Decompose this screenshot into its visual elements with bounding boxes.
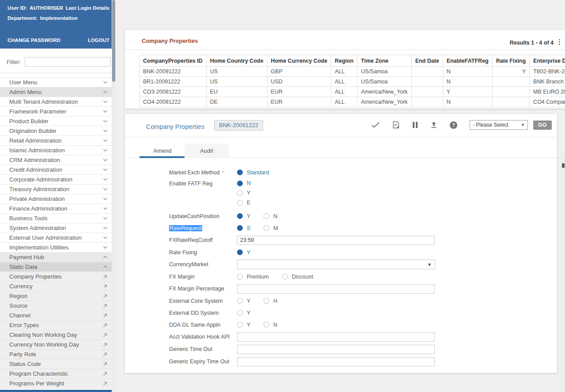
radio-selected-icon[interactable] [237,249,243,255]
sidebar-item-finance-administration[interactable]: Finance Administration [0,204,116,214]
help-icon[interactable]: ? [450,121,457,129]
sidebar-item-payment-hub[interactable]: Payment Hub [0,253,116,262]
sidebar-item-company-properties[interactable]: Company Properties [0,272,116,282]
radio-selected-icon[interactable] [237,213,243,219]
sidebar-item-product-builder[interactable]: Product Builder [0,117,116,126]
field-label: CurrencyMarket [125,261,237,268]
sidebar-item-region[interactable]: Region [0,291,116,301]
edit-record-icon[interactable] [392,121,400,129]
filter-input[interactable] [25,57,111,67]
radio-option-label: Discount [292,274,313,280]
radio-unselected-icon[interactable] [237,298,243,304]
radio-option-enable-fatf-reg-y[interactable]: Y [237,188,250,198]
radio-option-enable-fatf-reg-n[interactable]: N [237,178,251,188]
sidebar-item-islamic-administration[interactable]: Islamic Administration [0,146,116,155]
radio-unselected-icon[interactable] [264,225,269,231]
radio-unselected-icon[interactable] [282,274,288,279]
radio-unselected-icon[interactable] [264,213,269,219]
sidebar-item-corporate-administration[interactable]: Corporate Administration [0,175,116,185]
fxratereqcutoff-input[interactable] [237,236,435,245]
last-login-details-link[interactable]: Last Login Details [66,5,109,11]
sidebar-item-channel[interactable]: Channel [0,311,116,320]
action-select[interactable]: - Please Select ▼ [470,120,528,130]
sidebar-item-party-role[interactable]: Party Role [0,350,116,359]
sidebar-item-currency[interactable]: Currency [0,282,116,291]
sidebar-item-multi-tenant-administration[interactable]: Multi Tenant Administration [0,97,116,107]
sidebar-item-crm-administration[interactable]: CRM Administration [0,155,116,165]
sidebar-item-credit-administration[interactable]: Credit Administration [0,165,116,175]
detail-tabs: Amend Audit [125,143,557,158]
radio-selected-icon[interactable] [237,225,243,231]
sidebar-item-origination-builder[interactable]: Origination Builder [0,126,116,136]
sidebar-item-private-administration[interactable]: Private Administration [0,194,116,204]
page-scrollbar-thumb[interactable] [562,163,565,168]
table-row: BNK-20091222USGBPALLUS/SamoaNYTB02-BNK-2… [139,67,565,77]
column-header-rate-fixing: Rate Fixing [492,55,529,67]
sidebar-item-error-types[interactable]: Error Types [0,320,116,330]
radio-unselected-icon[interactable] [237,322,243,328]
radio-option-raterequest-m[interactable]: M [264,225,278,231]
sidebar-item-treasury-administration[interactable]: Treasury Administration [0,185,116,194]
sidebar-item-retail-administration[interactable]: Retail Administration [0,136,116,146]
radio-option-updatecashposition-y[interactable]: Y [237,213,250,219]
sidebar-item-static-data[interactable]: Static Data [0,262,116,272]
table-row: BR1-20091222USUSDALLUS/SamoaNBNK Branch … [139,77,565,87]
radio-option-fx-margin-premium[interactable]: Premium [237,274,269,280]
radio-unselected-icon[interactable] [264,322,269,328]
hold-pause-icon[interactable] [412,121,418,128]
sidebar-item-system-administration[interactable]: System Administration [0,223,116,233]
field-label: External DD System [125,310,237,316]
sidebar-item-framework-parameter[interactable]: Framework Parameter [0,107,116,117]
sidebar-item-clearing-non-working-day[interactable]: Clearing Non Working Day [0,330,116,340]
sidebar-item-label: Retail Administration [9,137,62,144]
radio-unselected-icon[interactable] [237,190,243,196]
radio-option-enable-fatf-reg-e[interactable]: E [237,198,250,207]
sidebar-item-program-characteristic[interactable]: Program Characteristic [0,369,116,379]
radio-option-external-core-system-h[interactable]: H [264,298,277,304]
logout-link[interactable]: LOGOUT [88,38,109,43]
sidebar-item-business-tools[interactable]: Business Tools [0,214,116,223]
sidebar-item-programs-per-weight[interactable]: Programs Per Weight [0,379,116,388]
sidebar-scrollbar-thumb[interactable] [112,0,115,82]
radio-option-market-exch-method-standard[interactable]: Standard [237,170,269,176]
radio-unselected-icon[interactable] [264,298,269,304]
form-field-currencymarket: CurrencyMarket▼ [125,258,557,271]
generic-time-out-input[interactable] [237,345,435,354]
fx-margin-percentage-input[interactable] [237,284,435,294]
radio-selected-icon[interactable] [237,181,243,186]
sidebar-item-currency-non-working-day[interactable]: Currency Non Working Day [0,340,116,350]
approve-check-icon[interactable] [371,122,380,128]
radio-option-dda-gl-same-appln-y[interactable]: Y [237,322,250,328]
generic-expiry-time-out-input[interactable] [237,357,435,366]
radio-selected-icon[interactable] [237,170,243,175]
chevron-down-icon: ▼ [521,123,525,127]
sidebar-scrollbar[interactable] [112,0,116,392]
sidebar-item-admin-menu[interactable]: Admin Menu [0,87,116,97]
radio-option-raterequest-s[interactable]: S [237,225,250,231]
radio-unselected-icon[interactable] [237,310,243,316]
radio-option-updatecashposition-n[interactable]: N [264,213,277,219]
sidebar-item-source[interactable]: Source [0,301,116,311]
department: Department:Implementation [8,15,78,21]
upload-icon[interactable] [430,121,437,128]
page-scrollbar[interactable] [561,157,565,392]
sidebar-item-status-code[interactable]: Status Code [0,359,116,369]
change-password-link[interactable]: CHANGE PASSWORD [8,38,60,43]
sidebar-item-label: Static Data [9,264,38,270]
acct-validation-hook-api-input[interactable] [237,332,435,342]
radio-option-fx-margin-discount[interactable]: Discount [282,274,313,280]
radio-option-dda-gl-same-appln-n[interactable]: N [264,322,277,328]
sidebar-item-implementation-utilities[interactable]: Implementation Utilities [0,243,116,253]
tab-audit[interactable]: Audit [185,143,229,158]
more-options-icon[interactable]: ⋮ [556,38,563,46]
radio-option-external-core-system-y[interactable]: Y [237,298,250,304]
sidebar-item-user-menu[interactable]: User Menu [0,78,116,87]
radio-option-rate-fixing-y[interactable]: Y [237,249,250,256]
go-button[interactable]: GO [533,121,552,130]
radio-unselected-icon[interactable] [237,274,243,279]
detail-divider [125,137,557,137]
radio-option-external-dd-system-y[interactable]: Y [237,310,250,316]
radio-unselected-icon[interactable] [237,200,243,206]
sidebar-item-external-user-administration[interactable]: External User Administration [0,233,116,243]
currencymarket-select[interactable]: ▼ [237,260,435,269]
